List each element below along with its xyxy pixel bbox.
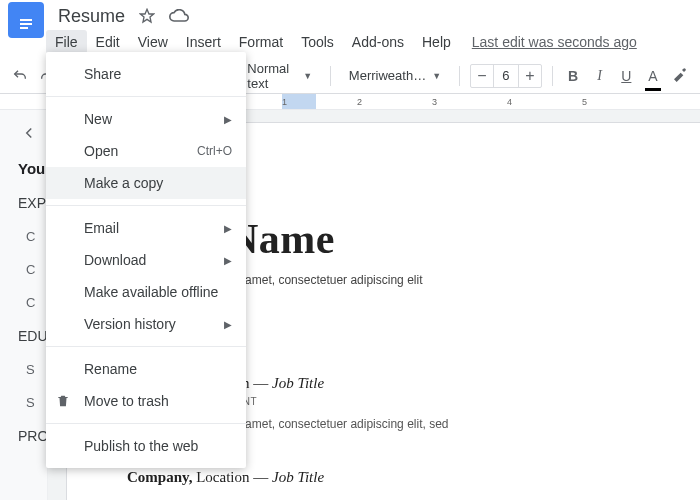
menu-view[interactable]: View: [129, 30, 177, 54]
file-menu-move-to-trash[interactable]: Move to trash: [46, 385, 246, 417]
menu-separator: [46, 423, 246, 424]
file-menu-dropdown: Share New▶ OpenCtrl+O Make a copy Email▶…: [46, 52, 246, 468]
outline-subitem[interactable]: C: [18, 229, 35, 244]
svg-rect-2: [20, 23, 32, 25]
outline-subitem[interactable]: S: [18, 395, 35, 410]
doc-title[interactable]: Resume: [58, 6, 125, 27]
file-menu-new[interactable]: New▶: [46, 103, 246, 135]
cloud-saved-icon[interactable]: [169, 9, 189, 23]
ruler-tick: 1: [282, 97, 287, 107]
outline-pane: You EXP C C C EDU S S PRO: [0, 110, 48, 500]
paragraph-style-dropdown[interactable]: Normal text ▼: [239, 63, 320, 89]
font-size-value[interactable]: 6: [493, 65, 519, 87]
paragraph-style-label: Normal text: [247, 61, 297, 91]
toolbar-separator: [552, 66, 553, 86]
trash-icon: [56, 394, 70, 408]
toolbar-separator: [459, 66, 460, 86]
highlight-button[interactable]: [669, 63, 690, 89]
outline-heading[interactable]: You: [18, 160, 45, 177]
file-menu-offline[interactable]: Make available offline: [46, 276, 246, 308]
menubar: File Edit View Insert Format Tools Add-o…: [0, 30, 700, 54]
ruler-tick: 3: [432, 97, 437, 107]
font-size-increase[interactable]: +: [519, 67, 541, 85]
menu-file[interactable]: File: [46, 30, 87, 54]
submenu-arrow-icon: ▶: [224, 255, 232, 266]
outline-back-button[interactable]: [18, 124, 38, 142]
menu-separator: [46, 205, 246, 206]
menu-separator: [46, 96, 246, 97]
last-edit-link[interactable]: Last edit was seconds ago: [472, 34, 637, 50]
star-icon[interactable]: [139, 8, 155, 24]
svg-rect-1: [20, 19, 32, 21]
job-title: Job Title: [268, 375, 324, 391]
file-menu-publish[interactable]: Publish to the web: [46, 430, 246, 462]
dash: —: [253, 375, 268, 391]
menu-insert[interactable]: Insert: [177, 30, 230, 54]
text-color-button[interactable]: A: [643, 63, 664, 89]
file-menu-open[interactable]: OpenCtrl+O: [46, 135, 246, 167]
file-menu-email[interactable]: Email▶: [46, 212, 246, 244]
menu-help[interactable]: Help: [413, 30, 460, 54]
ruler-tick: 5: [582, 97, 587, 107]
menu-separator: [46, 346, 246, 347]
file-menu-share[interactable]: Share: [46, 58, 246, 90]
menu-format[interactable]: Format: [230, 30, 292, 54]
job-title: Job Title: [268, 469, 324, 485]
submenu-arrow-icon: ▶: [224, 114, 232, 125]
menu-addons[interactable]: Add-ons: [343, 30, 413, 54]
file-menu-make-copy[interactable]: Make a copy: [46, 167, 246, 199]
file-menu-version-history[interactable]: Version history▶: [46, 308, 246, 340]
docs-app-icon[interactable]: [8, 2, 44, 38]
font-size-decrease[interactable]: −: [471, 67, 493, 85]
keyboard-shortcut: Ctrl+O: [197, 144, 232, 158]
outline-subitem[interactable]: C: [18, 262, 35, 277]
toolbar-separator: [330, 66, 331, 86]
outline-section[interactable]: EDU: [18, 328, 48, 344]
ruler-tick: 4: [507, 97, 512, 107]
undo-button[interactable]: [10, 63, 31, 89]
outline-subitem[interactable]: C: [18, 295, 35, 310]
ruler-tick: 2: [357, 97, 362, 107]
location-text: Location: [192, 469, 253, 485]
italic-button[interactable]: I: [589, 63, 610, 89]
underline-button[interactable]: U: [616, 63, 637, 89]
submenu-arrow-icon: ▶: [224, 223, 232, 234]
menu-edit[interactable]: Edit: [87, 30, 129, 54]
menu-tools[interactable]: Tools: [292, 30, 343, 54]
dash: —: [253, 469, 268, 485]
company-label: Company,: [127, 469, 192, 485]
chevron-down-icon: ▼: [432, 71, 441, 81]
outline-subitem[interactable]: S: [18, 362, 35, 377]
outline-section[interactable]: EXP: [18, 195, 46, 211]
svg-rect-3: [20, 27, 28, 29]
font-size-stepper: − 6 +: [470, 64, 542, 88]
font-family-dropdown[interactable]: Merriweath… ▼: [341, 63, 449, 89]
file-menu-download[interactable]: Download▶: [46, 244, 246, 276]
font-family-label: Merriweath…: [349, 68, 426, 83]
bold-button[interactable]: B: [563, 63, 584, 89]
chevron-down-icon: ▼: [303, 71, 312, 81]
outline-section[interactable]: PRO: [18, 428, 48, 444]
company-line[interactable]: Company, Location — Job Title: [127, 469, 700, 486]
submenu-arrow-icon: ▶: [224, 319, 232, 330]
file-menu-rename[interactable]: Rename: [46, 353, 246, 385]
